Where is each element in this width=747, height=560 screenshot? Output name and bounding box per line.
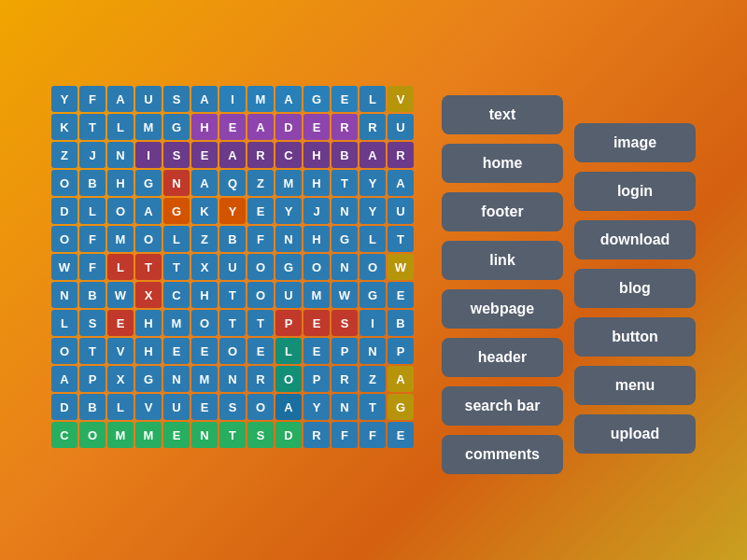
word-btn-home[interactable]: home <box>442 144 563 183</box>
word-btn-comments[interactable]: comments <box>442 435 563 474</box>
ws-cell-5-5: Z <box>191 226 218 252</box>
ws-cell-7-2: W <box>107 282 134 308</box>
ws-cell-5-3: O <box>135 226 162 252</box>
ws-cell-4-6: Y <box>219 198 246 224</box>
ws-cell-0-8: A <box>275 86 302 112</box>
ws-cell-0-3: U <box>135 86 162 112</box>
ws-cell-1-11: R <box>359 114 386 140</box>
ws-row: COMMENTSDRFFE <box>51 422 414 448</box>
ws-cell-12-9: R <box>303 422 330 448</box>
ws-cell-1-5: H <box>191 114 218 140</box>
ws-cell-2-10: B <box>331 142 358 168</box>
ws-cell-5-6: B <box>219 226 246 252</box>
ws-cell-3-9: H <box>303 170 330 196</box>
ws-cell-5-4: L <box>163 226 190 252</box>
ws-cell-9-10: P <box>331 338 358 364</box>
ws-cell-9-12: P <box>388 338 414 364</box>
ws-cell-5-11: L <box>359 226 386 252</box>
ws-row: NBWXCHTOUMWGE <box>51 282 414 308</box>
ws-cell-12-12: E <box>388 422 414 448</box>
ws-cell-0-11: L <box>359 86 386 112</box>
ws-cell-11-11: T <box>359 394 386 420</box>
ws-cell-2-6: A <box>219 142 246 168</box>
ws-cell-3-7: Z <box>247 170 274 196</box>
ws-cell-8-6: T <box>219 310 246 336</box>
ws-cell-12-10: F <box>331 422 358 448</box>
ws-cell-3-10: T <box>331 170 358 196</box>
word-btn-image[interactable]: image <box>574 123 696 162</box>
ws-cell-4-8: Y <box>275 198 302 224</box>
ws-cell-0-6: I <box>219 86 246 112</box>
ws-cell-3-5: A <box>191 170 218 196</box>
ws-cell-4-1: L <box>79 198 106 224</box>
word-btn-search-bar[interactable]: search bar <box>442 386 563 426</box>
ws-cell-0-2: A <box>107 86 134 112</box>
ws-cell-7-1: B <box>79 282 106 308</box>
ws-cell-3-2: H <box>107 170 134 196</box>
ws-cell-12-7: S <box>247 422 274 448</box>
ws-cell-1-3: M <box>135 114 162 140</box>
word-btn-login[interactable]: login <box>574 172 696 211</box>
ws-cell-6-0: W <box>51 254 78 280</box>
ws-cell-5-1: F <box>79 226 106 252</box>
word-search-grid: YFAUSAIMAGELVKTLMGHEADERRUZJNISEARCHBARO… <box>51 86 414 448</box>
ws-cell-3-11: Y <box>359 170 386 196</box>
ws-row: DLOAGKYEYJNYU <box>51 198 414 224</box>
ws-row: APXGNMNROPRZA <box>51 366 414 392</box>
ws-cell-12-2: M <box>107 422 134 448</box>
ws-cell-10-6: N <box>219 366 246 392</box>
ws-cell-8-9: E <box>303 310 330 336</box>
word-btn-text[interactable]: text <box>442 95 563 134</box>
word-btn-button[interactable]: button <box>574 317 696 357</box>
word-btn-link[interactable]: link <box>442 241 563 280</box>
ws-cell-7-0: N <box>51 282 78 308</box>
ws-cell-6-5: X <box>191 254 218 280</box>
ws-cell-4-3: A <box>135 198 162 224</box>
ws-cell-8-8: P <box>275 310 302 336</box>
ws-cell-4-11: Y <box>359 198 386 224</box>
ws-cell-2-11: A <box>359 142 386 168</box>
ws-cell-1-8: D <box>275 114 302 140</box>
ws-cell-9-6: O <box>219 338 246 364</box>
word-btn-upload[interactable]: upload <box>574 414 696 454</box>
ws-cell-3-6: Q <box>219 170 246 196</box>
ws-cell-7-4: C <box>163 282 190 308</box>
ws-cell-1-12: U <box>388 114 414 140</box>
left-word-column: texthomefooterlinkwebpageheadersearch ba… <box>442 95 563 474</box>
ws-cell-1-6: E <box>219 114 246 140</box>
ws-cell-3-4: N <box>163 170 190 196</box>
ws-row: ZJNISEARCHBAR <box>51 142 414 168</box>
ws-cell-0-7: M <box>247 86 274 112</box>
ws-cell-10-0: A <box>51 366 78 392</box>
ws-cell-9-5: E <box>191 338 218 364</box>
ws-cell-8-5: O <box>191 310 218 336</box>
ws-cell-0-0: Y <box>51 86 78 112</box>
word-btn-footer[interactable]: footer <box>442 192 563 231</box>
ws-cell-5-12: T <box>388 226 414 252</box>
ws-cell-7-9: M <box>303 282 330 308</box>
ws-cell-7-12: E <box>388 282 414 308</box>
word-btn-download[interactable]: download <box>574 220 696 259</box>
ws-cell-11-9: Y <box>303 394 330 420</box>
word-btn-menu[interactable]: menu <box>574 366 696 405</box>
ws-row: LSEHMOTTPESIB <box>51 310 414 336</box>
ws-cell-8-11: I <box>359 310 386 336</box>
ws-cell-10-10: R <box>331 366 358 392</box>
ws-cell-4-12: U <box>388 198 414 224</box>
ws-cell-2-9: H <box>303 142 330 168</box>
ws-cell-4-5: K <box>191 198 218 224</box>
ws-cell-5-10: G <box>331 226 358 252</box>
ws-cell-2-5: E <box>191 142 218 168</box>
ws-cell-4-10: N <box>331 198 358 224</box>
ws-cell-11-3: V <box>135 394 162 420</box>
ws-cell-1-4: G <box>163 114 190 140</box>
word-btn-webpage[interactable]: webpage <box>442 289 563 329</box>
ws-cell-0-1: F <box>79 86 106 112</box>
word-btn-blog[interactable]: blog <box>574 269 696 308</box>
ws-cell-11-4: U <box>163 394 190 420</box>
ws-cell-6-1: F <box>79 254 106 280</box>
ws-cell-11-8: A <box>275 394 302 420</box>
ws-cell-3-12: A <box>388 170 414 196</box>
ws-cell-6-10: N <box>331 254 358 280</box>
word-btn-header[interactable]: header <box>442 338 563 377</box>
